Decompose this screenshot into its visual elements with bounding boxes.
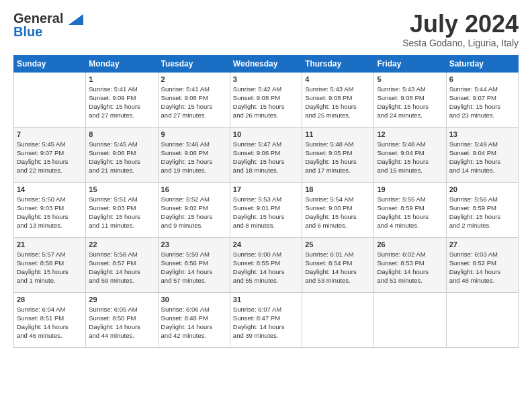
day-number: 31 [233,295,299,304]
day-number: 28 [17,295,83,304]
month-title: July 2024 [402,11,519,38]
calendar-cell: 10Sunrise: 5:47 AM Sunset: 9:06 PM Dayli… [230,127,302,182]
calendar-cell: 23Sunrise: 5:59 AM Sunset: 8:56 PM Dayli… [158,237,230,292]
cell-content: Sunrise: 5:49 AM Sunset: 9:04 PM Dayligh… [449,140,515,175]
calendar-cell: 27Sunrise: 6:03 AM Sunset: 8:52 PM Dayli… [446,237,518,292]
calendar-cell: 28Sunrise: 6:04 AM Sunset: 8:51 PM Dayli… [14,292,86,347]
calendar-week-row: 1Sunrise: 5:41 AM Sunset: 9:09 PM Daylig… [14,72,519,127]
calendar-cell: 6Sunrise: 5:44 AM Sunset: 9:07 PM Daylig… [446,72,518,127]
cell-content: Sunrise: 5:54 AM Sunset: 9:00 PM Dayligh… [305,195,371,230]
day-number: 3 [233,75,299,83]
cell-content: Sunrise: 5:44 AM Sunset: 9:07 PM Dayligh… [449,85,515,120]
col-header-friday: Friday [374,55,446,72]
calendar-cell: 30Sunrise: 6:06 AM Sunset: 8:48 PM Dayli… [158,292,230,347]
calendar-cell: 3Sunrise: 5:42 AM Sunset: 9:08 PM Daylig… [230,72,302,127]
calendar-cell: 26Sunrise: 6:02 AM Sunset: 8:53 PM Dayli… [374,237,446,292]
day-number: 9 [161,130,227,138]
day-number: 10 [233,130,299,138]
cell-content: Sunrise: 5:43 AM Sunset: 9:08 PM Dayligh… [305,85,371,120]
logo: General Blue [13,11,83,39]
cell-content: Sunrise: 6:02 AM Sunset: 8:53 PM Dayligh… [377,250,443,285]
calendar-week-row: 14Sunrise: 5:50 AM Sunset: 9:03 PM Dayli… [14,182,519,237]
day-number: 12 [377,130,443,138]
cell-content: Sunrise: 5:47 AM Sunset: 9:06 PM Dayligh… [233,140,299,175]
cell-content: Sunrise: 5:41 AM Sunset: 9:08 PM Dayligh… [161,85,227,120]
cell-content: Sunrise: 5:46 AM Sunset: 9:06 PM Dayligh… [161,140,227,175]
col-header-monday: Monday [86,55,158,72]
calendar-cell: 18Sunrise: 5:54 AM Sunset: 9:00 PM Dayli… [302,182,374,237]
calendar-cell: 20Sunrise: 5:56 AM Sunset: 8:59 PM Dayli… [446,182,518,237]
col-header-tuesday: Tuesday [158,55,230,72]
cell-content: Sunrise: 5:59 AM Sunset: 8:56 PM Dayligh… [161,250,227,285]
calendar-cell: 31Sunrise: 6:07 AM Sunset: 8:47 PM Dayli… [230,292,302,347]
calendar-week-row: 28Sunrise: 6:04 AM Sunset: 8:51 PM Dayli… [14,292,519,347]
cell-content: Sunrise: 5:52 AM Sunset: 9:02 PM Dayligh… [161,195,227,230]
cell-content: Sunrise: 5:43 AM Sunset: 9:08 PM Dayligh… [377,85,443,120]
col-header-sunday: Sunday [14,55,86,72]
day-number: 19 [377,185,443,193]
calendar-cell [446,292,518,347]
calendar-cell: 16Sunrise: 5:52 AM Sunset: 9:02 PM Dayli… [158,182,230,237]
day-number: 25 [305,240,371,248]
cell-content: Sunrise: 5:53 AM Sunset: 9:01 PM Dayligh… [233,195,299,230]
day-number: 27 [449,240,515,248]
day-number: 18 [305,185,371,193]
day-number: 17 [233,185,299,193]
calendar-week-row: 7Sunrise: 5:45 AM Sunset: 9:07 PM Daylig… [14,127,519,182]
calendar-cell [374,292,446,347]
calendar-header-row: SundayMondayTuesdayWednesdayThursdayFrid… [14,55,519,72]
calendar-cell: 29Sunrise: 6:05 AM Sunset: 8:50 PM Dayli… [86,292,158,347]
logo-icon [69,14,83,25]
cell-content: Sunrise: 6:04 AM Sunset: 8:51 PM Dayligh… [17,305,83,340]
col-header-wednesday: Wednesday [230,55,302,72]
cell-content: Sunrise: 5:57 AM Sunset: 8:58 PM Dayligh… [17,250,83,285]
cell-content: Sunrise: 5:42 AM Sunset: 9:08 PM Dayligh… [233,85,299,120]
cell-content: Sunrise: 5:45 AM Sunset: 9:06 PM Dayligh… [89,140,154,175]
cell-content: Sunrise: 6:01 AM Sunset: 8:54 PM Dayligh… [305,250,371,285]
cell-content: Sunrise: 6:00 AM Sunset: 8:55 PM Dayligh… [233,250,299,285]
day-number: 1 [89,75,154,83]
day-number: 11 [305,130,371,138]
day-number: 15 [89,185,154,193]
day-number: 24 [233,240,299,248]
calendar-cell: 21Sunrise: 5:57 AM Sunset: 8:58 PM Dayli… [14,237,86,292]
calendar-cell: 19Sunrise: 5:55 AM Sunset: 8:59 PM Dayli… [374,182,446,237]
day-number: 14 [17,185,83,193]
cell-content: Sunrise: 5:56 AM Sunset: 8:59 PM Dayligh… [449,195,515,230]
day-number: 7 [17,130,83,138]
cell-content: Sunrise: 5:41 AM Sunset: 9:09 PM Dayligh… [89,85,154,120]
calendar-cell: 13Sunrise: 5:49 AM Sunset: 9:04 PM Dayli… [446,127,518,182]
day-number: 6 [449,75,515,83]
title-block: July 2024 Sesta Godano, Liguria, Italy [402,11,519,48]
cell-content: Sunrise: 5:45 AM Sunset: 9:07 PM Dayligh… [17,140,83,175]
calendar-table: SundayMondayTuesdayWednesdayThursdayFrid… [13,55,519,348]
day-number: 23 [161,240,227,248]
svg-marker-0 [69,14,83,25]
calendar-cell: 11Sunrise: 5:48 AM Sunset: 9:05 PM Dayli… [302,127,374,182]
cell-content: Sunrise: 5:55 AM Sunset: 8:59 PM Dayligh… [377,195,443,230]
calendar-week-row: 21Sunrise: 5:57 AM Sunset: 8:58 PM Dayli… [14,237,519,292]
calendar-cell: 22Sunrise: 5:58 AM Sunset: 8:57 PM Dayli… [86,237,158,292]
calendar-cell: 24Sunrise: 6:00 AM Sunset: 8:55 PM Dayli… [230,237,302,292]
calendar-cell: 5Sunrise: 5:43 AM Sunset: 9:08 PM Daylig… [374,72,446,127]
calendar-cell: 1Sunrise: 5:41 AM Sunset: 9:09 PM Daylig… [86,72,158,127]
cell-content: Sunrise: 5:50 AM Sunset: 9:03 PM Dayligh… [17,195,83,230]
page: General Blue July 2024 Sesta Godano, Lig… [0,0,532,411]
day-number: 5 [377,75,443,83]
col-header-thursday: Thursday [302,55,374,72]
day-number: 26 [377,240,443,248]
location: Sesta Godano, Liguria, Italy [402,38,519,48]
logo-blue: Blue [13,24,42,39]
cell-content: Sunrise: 5:48 AM Sunset: 9:04 PM Dayligh… [377,140,443,175]
calendar-cell: 15Sunrise: 5:51 AM Sunset: 9:03 PM Dayli… [86,182,158,237]
day-number: 30 [161,295,227,304]
calendar-cell: 25Sunrise: 6:01 AM Sunset: 8:54 PM Dayli… [302,237,374,292]
cell-content: Sunrise: 5:48 AM Sunset: 9:05 PM Dayligh… [305,140,371,175]
cell-content: Sunrise: 5:51 AM Sunset: 9:03 PM Dayligh… [89,195,154,230]
calendar-cell [302,292,374,347]
calendar-cell [14,72,86,127]
calendar-cell: 9Sunrise: 5:46 AM Sunset: 9:06 PM Daylig… [158,127,230,182]
day-number: 20 [449,185,515,193]
day-number: 16 [161,185,227,193]
cell-content: Sunrise: 6:05 AM Sunset: 8:50 PM Dayligh… [89,305,154,340]
